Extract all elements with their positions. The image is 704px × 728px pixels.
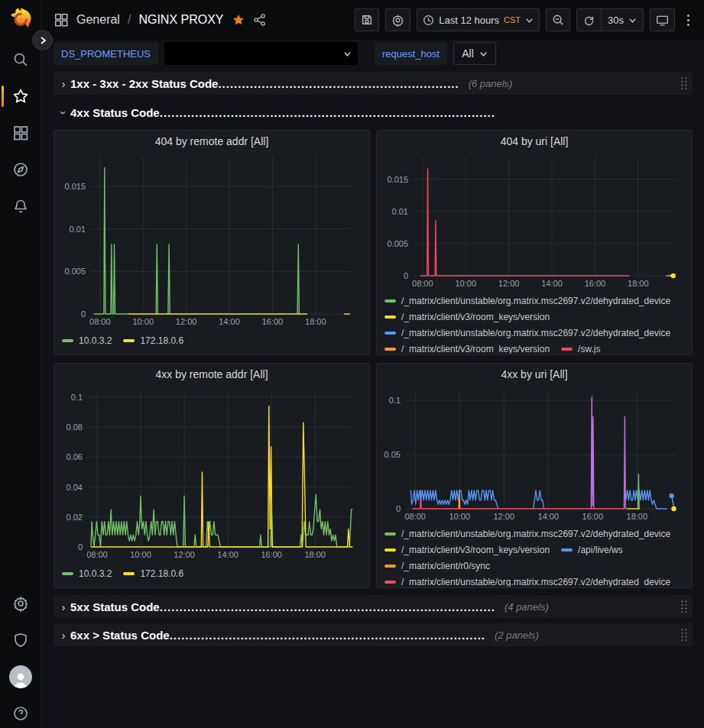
- row-drag-handle[interactable]: [680, 600, 688, 613]
- chevron-down-icon: [628, 16, 637, 24]
- row-5xx[interactable]: › 5xx Status Code ......................…: [54, 595, 693, 618]
- chevron-right-icon: ›: [57, 600, 70, 613]
- legend-item[interactable]: /_matrix/client/unstable/org.matrix.msc2…: [384, 293, 670, 309]
- svg-text:0: 0: [404, 271, 408, 280]
- sidebar-item-explore[interactable]: [0, 151, 41, 188]
- legend-item[interactable]: /_matrix/client/v3/room_keys/version: [384, 309, 550, 325]
- sidebar-item-help[interactable]: [0, 695, 41, 728]
- top-nav-actions: Last 12 hours CST 30s: [355, 8, 695, 31]
- legend-item[interactable]: 172.18.0.6: [123, 566, 183, 582]
- sidebar-item-server-admin[interactable]: [0, 622, 41, 658]
- share-icon[interactable]: [253, 13, 267, 27]
- clock-icon: [423, 15, 434, 26]
- legend-series-color: [123, 339, 135, 342]
- sidebar-item-configuration[interactable]: [0, 585, 41, 622]
- row-6xx[interactable]: › 6xx > Status Code ....................…: [54, 623, 693, 646]
- chevron-right-icon: ›: [57, 77, 70, 90]
- kebab-icon: [684, 15, 693, 26]
- panel-4xx-by-uri: 4xx by uri [All] 08:0010:0012:0014:0016:…: [376, 363, 693, 588]
- breadcrumb-dashboard-title[interactable]: NGINX PROXY: [138, 13, 223, 27]
- dashboard-canvas: › 1xx - 3xx - 2xx Status Code ..........…: [41, 67, 704, 728]
- grafana-logo[interactable]: [8, 6, 34, 32]
- legend-item[interactable]: /sw.js: [561, 341, 600, 354]
- tv-mode-button[interactable]: [650, 8, 675, 31]
- sidebar-expand-button[interactable]: [32, 30, 53, 50]
- legend-item[interactable]: /api/live/ws: [561, 542, 623, 558]
- time-range-picker[interactable]: Last 12 hours CST: [417, 8, 540, 31]
- save-dashboard-button[interactable]: [355, 8, 379, 31]
- sidebar-item-profile[interactable]: [0, 658, 41, 695]
- row-title: 6xx > Status Code: [70, 629, 170, 642]
- legend-item[interactable]: /_matrix/client/v3/room_keys/version: [384, 542, 550, 558]
- chevron-down-icon: [479, 50, 488, 58]
- svg-text:14:00: 14:00: [538, 512, 560, 521]
- legend-item[interactable]: /_matrix/client/unstable/org.matrix.msc2…: [384, 574, 670, 587]
- legend-item[interactable]: /_matrix/client/r0/sync: [384, 558, 490, 574]
- panel-grid: 404 by remote addr [All] 08:0010:0012:00…: [54, 130, 693, 588]
- zoom-out-button[interactable]: [546, 8, 570, 31]
- svg-text:0.05: 0.05: [384, 450, 401, 459]
- legend-series-color: [384, 348, 396, 351]
- timeseries-chart[interactable]: 08:0010:0012:0014:0016:0018:0000.0050.01…: [60, 150, 363, 328]
- svg-text:0.04: 0.04: [67, 483, 83, 492]
- legend-series-color: [62, 572, 73, 575]
- svg-text:0: 0: [396, 504, 401, 513]
- panel-title[interactable]: 404 by uri [All]: [383, 135, 686, 150]
- svg-text:0: 0: [81, 309, 86, 319]
- svg-text:0.02: 0.02: [67, 513, 83, 522]
- panel-title[interactable]: 4xx by remote addr [All]: [60, 368, 363, 383]
- chevron-down-icon: [525, 16, 534, 24]
- sidebar-main-nav: [0, 41, 41, 225]
- legend-series-label: /_matrix/client/v3/room_keys/version: [401, 545, 550, 555]
- row-panel-count: (4 panels): [504, 601, 549, 613]
- legend-item[interactable]: /_matrix/client/unstable/org.matrix.msc2…: [384, 526, 670, 542]
- refresh-button[interactable]: [577, 9, 601, 31]
- refresh-interval-label: 30s: [608, 15, 624, 26]
- legend-item[interactable]: /_matrix/client/unstable/org.matrix.msc2…: [384, 325, 670, 341]
- legend-series-label: /_matrix/client/unstable/org.matrix.msc2…: [401, 328, 670, 338]
- legend-item[interactable]: 10.0.3.2: [62, 566, 112, 582]
- breadcrumb-folder[interactable]: General: [76, 13, 120, 27]
- gear-icon: [391, 14, 404, 27]
- legend-item[interactable]: /_matrix/client/v3/room_keys/version: [384, 341, 550, 354]
- more-options-button[interactable]: [681, 8, 695, 31]
- row-drag-handle[interactable]: [680, 628, 688, 642]
- row-drag-handle[interactable]: [680, 76, 688, 90]
- svg-text:14:00: 14:00: [217, 550, 238, 559]
- legend-series-color: [561, 548, 573, 552]
- favorite-star-icon[interactable]: [232, 13, 245, 27]
- svg-text:10:00: 10:00: [449, 512, 470, 521]
- legend-item[interactable]: 172.18.0.6: [123, 333, 183, 349]
- sidebar-item-alerting[interactable]: [0, 188, 41, 225]
- sidebar-bottom-nav: [0, 585, 41, 728]
- monitor-icon: [656, 14, 669, 27]
- refresh-interval-dropdown[interactable]: 30s: [601, 9, 643, 31]
- legend-series-label: 172.18.0.6: [140, 335, 183, 346]
- chevron-right-icon: ›: [57, 629, 70, 642]
- panel-title[interactable]: 404 by remote addr [All]: [60, 135, 363, 150]
- save-icon: [361, 14, 373, 26]
- sidebar-item-dashboards[interactable]: [0, 115, 41, 151]
- legend-series-color: [123, 572, 135, 575]
- star-icon: [12, 88, 29, 105]
- legend-series-label: 10.0.3.2: [79, 568, 112, 579]
- variable-host-select[interactable]: All: [453, 42, 496, 65]
- panel-404-by-remote-addr: 404 by remote addr [All] 08:0010:0012:00…: [54, 130, 370, 355]
- timeseries-chart[interactable]: 08:0010:0012:0014:0016:0018:0000.020.040…: [60, 383, 363, 561]
- timeseries-chart[interactable]: 08:0010:0012:0014:0016:0018:0000.0050.01…: [383, 150, 686, 290]
- svg-text:18:00: 18:00: [628, 279, 649, 288]
- row-1xx-3xx-2xx[interactable]: › 1xx - 3xx - 2xx Status Code ..........…: [54, 72, 693, 95]
- timeseries-chart[interactable]: 08:0010:0012:0014:0016:0018:0000.050.1: [383, 383, 686, 523]
- legend-series-color: [384, 332, 396, 335]
- legend-item[interactable]: 10.0.3.2: [62, 333, 112, 349]
- variable-ds-select[interactable]: [164, 42, 358, 65]
- panel-title[interactable]: 4xx by uri [All]: [383, 368, 686, 383]
- dashboard-settings-button[interactable]: [385, 8, 410, 31]
- row-4xx[interactable]: › 4xx Status Code ......................…: [54, 102, 693, 123]
- breadcrumb-separator: /: [128, 13, 131, 27]
- chevron-right-icon: [38, 36, 47, 45]
- svg-text:0.015: 0.015: [64, 182, 86, 191]
- legend-series-label: /_matrix/client/unstable/org.matrix.msc2…: [401, 296, 670, 306]
- legend-series-label: /_matrix/client/unstable/org.matrix.msc2…: [401, 529, 670, 539]
- sidebar-item-starred[interactable]: [0, 78, 41, 115]
